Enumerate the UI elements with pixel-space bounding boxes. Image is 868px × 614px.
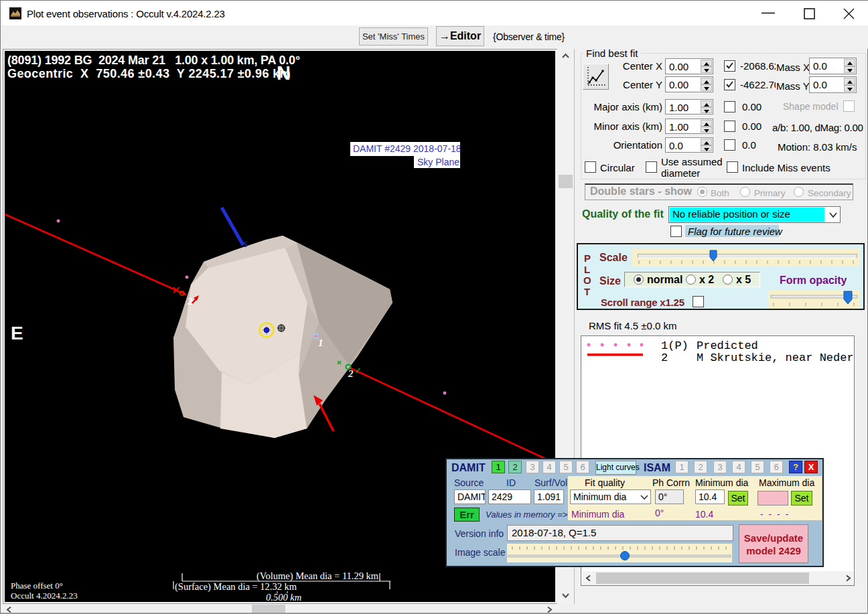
svg-text:Sky Plane: Sky Plane <box>417 157 459 167</box>
svg-text:E: E <box>11 323 23 343</box>
svg-text:1: 1 <box>318 337 323 348</box>
svg-text:2: 2 <box>661 352 668 364</box>
svg-text:DAMIT #2429 2018-07-18: DAMIT #2429 2018-07-18 <box>353 143 461 154</box>
svg-text:(Surface) Mean dia = 12.32 km: (Surface) Mean dia = 12.32 km <box>175 581 297 593</box>
svg-text:M Skrutskie, near Neder: M Skrutskie, near Neder <box>697 352 854 364</box>
svg-text:(Volume) Mean dia = 11.29 km: (Volume) Mean dia = 11.29 km <box>257 570 379 582</box>
svg-text:2: 2 <box>187 296 193 307</box>
svg-text:Geocentric X 750.46 ±0.43 Y: Geocentric X 750.46 ±0.43 Y 2245.17 ±0.9… <box>7 67 291 80</box>
svg-text:Occult 4.2024.2.23: Occult 4.2024.2.23 <box>11 591 78 601</box>
svg-text:1(P): 1(P) <box>661 339 689 352</box>
svg-text:2: 2 <box>348 368 354 379</box>
svg-text:(8091) 1992 BG 2024 Mar 21: (8091) 1992 BG 2024 Mar 21 1.00 x 1.00 k… <box>7 54 300 67</box>
svg-text:0.500 km: 0.500 km <box>266 592 301 603</box>
svg-text:Predicted: Predicted <box>697 339 758 352</box>
svg-text:Phase offset 0°: Phase offset 0° <box>11 581 63 591</box>
svg-text:N: N <box>277 62 291 84</box>
svg-text:S: S <box>243 240 248 249</box>
